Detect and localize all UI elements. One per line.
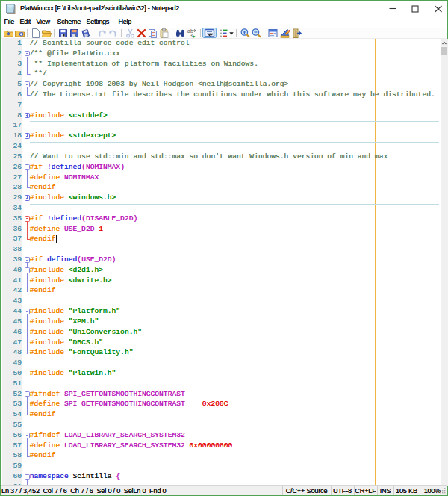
svg-text:3: 3 <box>190 33 193 38</box>
